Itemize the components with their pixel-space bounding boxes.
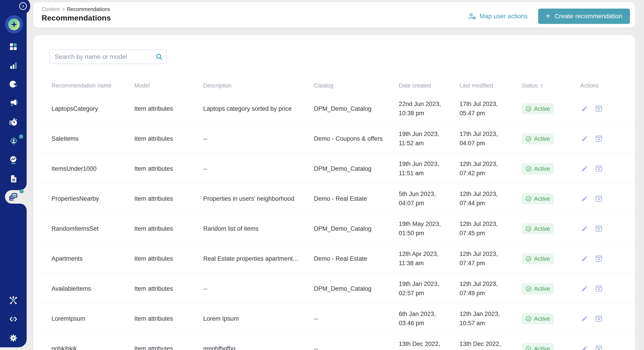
cell-model: Item attributes <box>134 315 203 322</box>
column-header-last-modified[interactable]: Last modified <box>460 82 522 89</box>
archive-button[interactable] <box>595 225 603 233</box>
sidebar-item-analytics[interactable] <box>0 61 27 70</box>
sidebar-item-integrations[interactable] <box>0 296 27 305</box>
edit-button[interactable] <box>580 135 588 143</box>
breadcrumb-current: Recommendations <box>67 6 110 12</box>
edit-button[interactable] <box>580 105 588 113</box>
create-recommendation-button[interactable]: + Create recommendation <box>538 8 630 24</box>
archive-box-down-icon <box>595 165 603 173</box>
cell-name: LaptopsCategory <box>52 105 134 112</box>
status-badge: Active <box>522 223 554 234</box>
column-header-description[interactable]: Description <box>203 82 314 89</box>
edit-button[interactable] <box>580 255 588 263</box>
archive-box-down-icon <box>595 225 603 233</box>
sidebar-item-realtime[interactable] <box>0 118 27 127</box>
table-row[interactable]: LoremIpsum Item attributes Lorem Ipsum -… <box>34 304 635 334</box>
sort-ascending-icon[interactable]: ↑ <box>540 82 544 89</box>
cell-model: Item attributes <box>134 225 203 232</box>
map-user-actions-button[interactable]: Map user actions <box>468 12 528 20</box>
cell-catalog: -- <box>314 345 399 350</box>
check-circle-icon <box>526 196 532 202</box>
search-box <box>49 50 167 64</box>
cell-status: Active <box>522 283 580 294</box>
cell-status: Active <box>522 163 580 174</box>
table-row[interactable]: PropertiesNearby Item attributes Propert… <box>34 184 635 214</box>
table-row[interactable]: nghkjhkjk Item attributes mnghfhgfhg -- … <box>34 334 635 350</box>
edit-button[interactable] <box>580 225 588 233</box>
edit-button[interactable] <box>580 195 588 203</box>
breadcrumb: Content > Recommendations <box>42 6 110 12</box>
table-row[interactable]: RandomItemsSet Item attributes Random li… <box>34 214 635 244</box>
cell-catalog: DPM_Demo_Catalog <box>314 285 399 292</box>
archive-button[interactable] <box>595 105 603 113</box>
sidebar-item-developers[interactable] <box>0 315 27 324</box>
cell-last-modified: 17th Jul 2023,04:07 pm <box>460 130 522 148</box>
sidebar-item-documents[interactable] <box>0 174 27 183</box>
cell-description: -- <box>203 165 314 172</box>
cell-date-created: 19th Jun 2023,11:52 am <box>399 130 460 148</box>
cell-catalog: Demo - Coupons & offers <box>314 135 399 142</box>
archive-button[interactable] <box>595 345 603 350</box>
cell-model: Item attributes <box>134 105 203 112</box>
edit-button[interactable] <box>580 285 588 293</box>
plus-icon: + <box>546 12 550 20</box>
document-icon <box>9 174 18 183</box>
cell-model: Item attributes <box>134 165 203 172</box>
table-row[interactable]: SaleItems Item attributes -- Demo - Coup… <box>34 124 635 154</box>
cell-status: Active <box>522 133 580 144</box>
pencil-icon <box>580 285 588 293</box>
sidebar-expand-button[interactable] <box>19 2 27 10</box>
archive-button[interactable] <box>595 195 603 203</box>
cell-actions <box>580 255 635 263</box>
sidebar-create-button[interactable] <box>5 15 23 33</box>
pencil-icon <box>580 345 588 350</box>
cell-name: AvailableItems <box>52 285 134 292</box>
sidebar-item-content-active[interactable] <box>0 192 27 201</box>
search-icon[interactable] <box>155 53 163 61</box>
column-header-model[interactable]: Model <box>134 82 203 89</box>
sidebar-item-predictions[interactable] <box>0 155 27 165</box>
pencil-icon <box>580 255 588 263</box>
map-user-actions-label: Map user actions <box>480 13 528 20</box>
cell-description: -- <box>203 135 314 142</box>
sidebar <box>0 0 27 347</box>
column-header-name[interactable]: Recommendation name <box>52 82 134 89</box>
cell-catalog: DPM_Demo_Catalog <box>314 165 399 172</box>
table-row[interactable]: LaptopsCategory Item attributes Laptops … <box>34 94 635 124</box>
cell-last-modified: 17th Jul 2023,05:47 pm <box>460 99 522 118</box>
cell-date-created: 5th Jun 2023,04:07 pm <box>399 189 460 208</box>
archive-button[interactable] <box>595 255 603 263</box>
edit-button[interactable] <box>580 165 588 173</box>
cell-last-modified: 12th Jul 2023,07:47 pm <box>460 249 522 268</box>
cell-catalog: Demo - Real Estate <box>314 255 399 262</box>
pencil-icon <box>580 105 588 113</box>
archive-button[interactable] <box>595 165 603 173</box>
dashboard-grid-icon <box>9 42 18 51</box>
sidebar-item-settings[interactable] <box>0 334 27 343</box>
sidebar-item-dashboard[interactable] <box>0 42 27 51</box>
archive-button[interactable] <box>595 135 603 143</box>
code-icon <box>9 315 18 324</box>
breadcrumb-parent[interactable]: Content <box>42 6 60 12</box>
table-row[interactable]: Apartments Item attributes Real Estate p… <box>34 244 635 274</box>
header-actions: Map user actions + Create recommendation <box>468 8 630 24</box>
column-header-date-created[interactable]: Date created <box>399 82 460 89</box>
edit-button[interactable] <box>580 345 588 350</box>
pencil-icon <box>580 165 588 173</box>
cell-date-created: 19th May 2023,01:50 pm <box>399 219 460 238</box>
archive-button[interactable] <box>595 285 603 293</box>
sidebar-item-reports[interactable] <box>0 80 27 89</box>
sidebar-item-campaigns[interactable] <box>0 99 27 108</box>
edit-button[interactable] <box>580 315 588 323</box>
column-header-catalog[interactable]: Catalog <box>314 82 399 89</box>
table-row[interactable]: ItemsUnder1000 Item attributes -- DPM_De… <box>34 154 635 184</box>
recommendations-panel: Recommendation name Model Description Ca… <box>34 35 635 350</box>
table-row[interactable]: AvailableItems Item attributes -- DPM_De… <box>34 274 635 304</box>
status-badge: Active <box>522 253 554 264</box>
cell-actions <box>580 225 635 233</box>
cell-date-created: 12th Apr 2023,11:38 am <box>399 249 460 268</box>
search-input[interactable] <box>49 50 167 64</box>
column-header-status[interactable]: Status ↑ <box>522 82 580 89</box>
cell-status: Active <box>522 343 580 350</box>
archive-button[interactable] <box>595 315 603 323</box>
